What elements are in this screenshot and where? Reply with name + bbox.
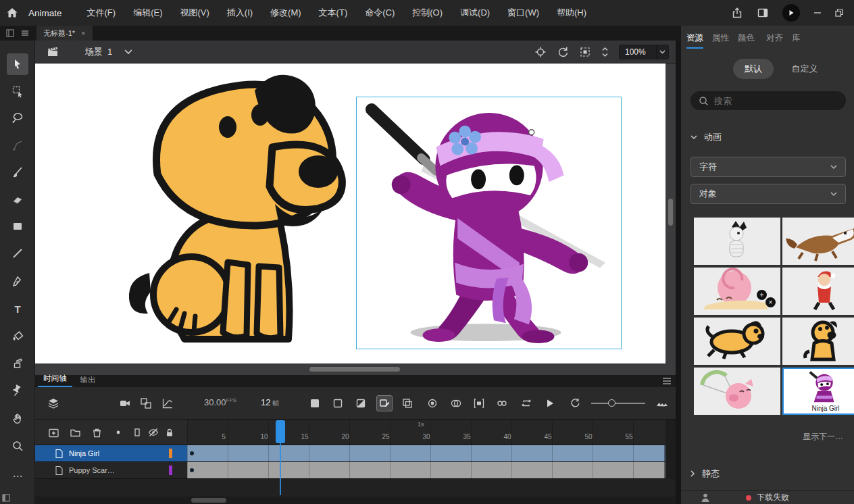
asset-thumb-wolf[interactable] xyxy=(782,218,854,265)
layer-color-swatch[interactable] xyxy=(169,465,172,475)
camera-button[interactable] xyxy=(117,395,133,411)
home-button[interactable] xyxy=(0,0,24,26)
asset-thumb-pig-parachute[interactable] xyxy=(694,368,780,415)
tab-color[interactable]: 颜色 xyxy=(738,32,755,47)
mode-default-button[interactable]: 默认 xyxy=(733,59,774,79)
layer-row-ninja-girl[interactable]: Ninja Girl xyxy=(35,445,187,462)
close-badge-icon[interactable]: × xyxy=(765,297,776,307)
onion-skin-outline-button[interactable] xyxy=(448,395,464,411)
menu-item-text[interactable]: 文本(T) xyxy=(310,0,357,26)
frame-ruler[interactable]: 1s 5 10 15 20 25 30 35 40 45 50 55 xyxy=(187,420,665,445)
timeline-scroll-thumb[interactable] xyxy=(191,498,226,503)
person-icon[interactable] xyxy=(700,493,711,503)
keyframe-dot[interactable] xyxy=(190,451,194,455)
static-section-header[interactable]: 静态 xyxy=(690,468,720,480)
insert-keyframe-button[interactable] xyxy=(353,395,369,411)
paint-bucket-tool[interactable] xyxy=(7,326,28,347)
rectangle-tool[interactable] xyxy=(7,216,28,237)
current-frame-display[interactable]: 12帧 xyxy=(261,397,279,408)
frame-rate-display[interactable]: 30.00FPS xyxy=(204,397,236,407)
menu-item-edit[interactable]: 编辑(E) xyxy=(124,0,171,26)
layer-view-button[interactable] xyxy=(45,395,61,411)
delete-layer-button[interactable] xyxy=(89,424,105,440)
frame-row-ninja-girl[interactable] xyxy=(187,445,665,462)
insert-frame-button[interactable] xyxy=(307,395,323,411)
stage-puppy-artwork[interactable] xyxy=(118,72,348,345)
text-tool[interactable]: T xyxy=(7,299,28,320)
dock-panel-icon[interactable] xyxy=(5,28,15,38)
play-button[interactable] xyxy=(542,395,558,411)
line-tool[interactable] xyxy=(7,243,28,264)
center-stage-icon[interactable] xyxy=(534,46,547,58)
tab-properties[interactable]: 属性 xyxy=(712,32,729,47)
menu-item-debug[interactable]: 调试(D) xyxy=(451,0,499,26)
outline-layers-button[interactable] xyxy=(129,424,145,440)
tab-library[interactable]: 库 xyxy=(792,32,801,47)
mode-custom-button[interactable]: 自定义 xyxy=(779,59,830,79)
horizontal-scroll-thumb[interactable] xyxy=(309,367,400,372)
panel-menu-icon[interactable] xyxy=(662,377,672,385)
menu-item-commands[interactable]: 命令(C) xyxy=(356,0,403,26)
asset-thumb-snail[interactable] xyxy=(694,268,780,315)
onion-skin-button[interactable] xyxy=(424,395,441,411)
layer-parenting-button[interactable] xyxy=(138,395,154,411)
frame-size-button[interactable] xyxy=(654,395,670,411)
vertical-scroll-thumb[interactable] xyxy=(668,199,673,226)
layer-color-swatch[interactable] xyxy=(169,449,172,458)
asset-thumb-santa[interactable] xyxy=(782,268,854,315)
add-layer-button[interactable] xyxy=(45,424,61,440)
lasso-tool[interactable] xyxy=(7,107,28,129)
object-filter-dropdown[interactable]: 对象 xyxy=(690,184,846,204)
asset-warp-pin-tool[interactable] xyxy=(7,380,28,401)
frame-row-puppy[interactable] xyxy=(187,462,665,479)
tab-output[interactable]: 输出 xyxy=(75,375,101,387)
brush-tool[interactable] xyxy=(7,161,28,183)
scene-chevron-down-icon[interactable] xyxy=(124,49,132,55)
rotate-tool-icon[interactable] xyxy=(557,46,569,58)
lock-layers-button[interactable] xyxy=(161,424,178,440)
insert-blank-keyframe-button[interactable] xyxy=(330,395,346,411)
menu-item-view[interactable]: 视图(V) xyxy=(171,0,218,26)
edit-multiple-frames-button[interactable] xyxy=(471,395,487,411)
character-filter-dropdown[interactable]: 字符 xyxy=(690,157,846,177)
layer-row-puppy[interactable]: Puppy Scar… xyxy=(35,462,187,479)
asset-thumb-puppy-running[interactable] xyxy=(694,318,780,365)
tab-list-icon[interactable] xyxy=(20,28,30,38)
delete-frame-button[interactable] xyxy=(399,395,416,411)
stage-horizontal-scrollbar[interactable] xyxy=(35,363,676,375)
plus-badge-icon[interactable]: + xyxy=(757,290,767,300)
free-transform-tool[interactable] xyxy=(7,80,28,102)
timeline-zoom-slider-knob[interactable] xyxy=(608,399,616,407)
show-more-link[interactable]: 显示下一… xyxy=(803,431,843,443)
frame-span[interactable] xyxy=(187,445,665,461)
graph-editor-button[interactable] xyxy=(159,395,176,411)
workspace-icon[interactable] xyxy=(757,7,769,19)
animation-section-header[interactable]: 动画 xyxy=(690,131,722,143)
add-folder-button[interactable] xyxy=(67,424,83,440)
tab-assets[interactable]: 资源 xyxy=(686,32,703,49)
asset-search-box[interactable] xyxy=(690,91,846,110)
selection-tool[interactable] xyxy=(7,53,28,75)
more-tools-button[interactable]: ⋯ xyxy=(7,465,28,487)
selection-bounding-box[interactable] xyxy=(356,97,622,349)
highlight-layers-button[interactable] xyxy=(110,424,126,440)
tab-align[interactable]: 对齐 xyxy=(766,32,783,47)
eraser-tool[interactable] xyxy=(7,188,28,210)
zoom-stepper-icon[interactable] xyxy=(601,46,609,58)
onion-anchor-button[interactable] xyxy=(494,395,510,411)
share-icon[interactable] xyxy=(731,7,743,19)
rewind-button[interactable] xyxy=(567,395,583,411)
menu-item-window[interactable]: 窗口(W) xyxy=(499,0,548,26)
menu-item-help[interactable]: 帮助(H) xyxy=(548,0,595,26)
test-movie-button[interactable] xyxy=(782,4,800,22)
menu-item-control[interactable]: 控制(O) xyxy=(403,0,451,26)
hide-layers-button[interactable] xyxy=(145,424,161,440)
collapse-panel-icon[interactable] xyxy=(2,494,10,502)
restore-window-icon[interactable] xyxy=(835,9,843,17)
menu-item-modify[interactable]: 修改(M) xyxy=(261,0,310,26)
zoom-level-dropdown[interactable]: 100% xyxy=(619,45,669,59)
stage-vertical-scrollbar[interactable] xyxy=(665,64,676,363)
asset-thumb-mummy[interactable] xyxy=(694,218,780,265)
auto-keyframe-button[interactable] xyxy=(376,395,393,411)
scene-clapper-icon[interactable] xyxy=(46,45,59,59)
